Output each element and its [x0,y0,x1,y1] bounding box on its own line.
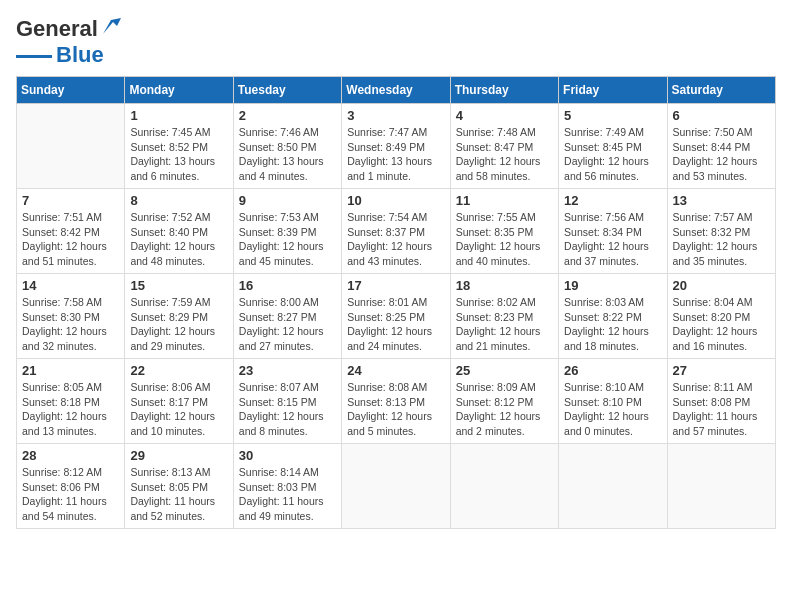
day-number: 24 [347,363,444,378]
day-number: 11 [456,193,553,208]
calendar-cell: 24Sunrise: 8:08 AM Sunset: 8:13 PM Dayli… [342,359,450,444]
day-number: 19 [564,278,661,293]
day-number: 4 [456,108,553,123]
day-info: Sunrise: 8:13 AM Sunset: 8:05 PM Dayligh… [130,465,227,524]
day-info: Sunrise: 7:55 AM Sunset: 8:35 PM Dayligh… [456,210,553,269]
calendar-cell [559,444,667,529]
day-number: 21 [22,363,119,378]
calendar-cell: 26Sunrise: 8:10 AM Sunset: 8:10 PM Dayli… [559,359,667,444]
day-number: 10 [347,193,444,208]
day-number: 25 [456,363,553,378]
day-info: Sunrise: 8:11 AM Sunset: 8:08 PM Dayligh… [673,380,770,439]
calendar-table: SundayMondayTuesdayWednesdayThursdayFrid… [16,76,776,529]
calendar-cell: 11Sunrise: 7:55 AM Sunset: 8:35 PM Dayli… [450,189,558,274]
logo-bird-icon [99,16,121,38]
calendar-cell: 30Sunrise: 8:14 AM Sunset: 8:03 PM Dayli… [233,444,341,529]
svg-marker-0 [103,18,121,34]
day-info: Sunrise: 8:14 AM Sunset: 8:03 PM Dayligh… [239,465,336,524]
day-number: 20 [673,278,770,293]
calendar-cell: 12Sunrise: 7:56 AM Sunset: 8:34 PM Dayli… [559,189,667,274]
day-info: Sunrise: 8:01 AM Sunset: 8:25 PM Dayligh… [347,295,444,354]
day-number: 5 [564,108,661,123]
calendar-cell: 18Sunrise: 8:02 AM Sunset: 8:23 PM Dayli… [450,274,558,359]
calendar-cell: 4Sunrise: 7:48 AM Sunset: 8:47 PM Daylig… [450,104,558,189]
calendar-cell [450,444,558,529]
calendar-cell: 14Sunrise: 7:58 AM Sunset: 8:30 PM Dayli… [17,274,125,359]
calendar-cell: 23Sunrise: 8:07 AM Sunset: 8:15 PM Dayli… [233,359,341,444]
logo-bottom: Blue [16,42,104,68]
day-info: Sunrise: 7:49 AM Sunset: 8:45 PM Dayligh… [564,125,661,184]
day-number: 16 [239,278,336,293]
calendar-week-row: 14Sunrise: 7:58 AM Sunset: 8:30 PM Dayli… [17,274,776,359]
day-number: 7 [22,193,119,208]
weekday-header: Thursday [450,77,558,104]
day-info: Sunrise: 7:51 AM Sunset: 8:42 PM Dayligh… [22,210,119,269]
day-info: Sunrise: 7:59 AM Sunset: 8:29 PM Dayligh… [130,295,227,354]
day-info: Sunrise: 7:45 AM Sunset: 8:52 PM Dayligh… [130,125,227,184]
day-info: Sunrise: 8:12 AM Sunset: 8:06 PM Dayligh… [22,465,119,524]
day-info: Sunrise: 8:10 AM Sunset: 8:10 PM Dayligh… [564,380,661,439]
day-number: 26 [564,363,661,378]
day-info: Sunrise: 7:53 AM Sunset: 8:39 PM Dayligh… [239,210,336,269]
calendar-cell: 20Sunrise: 8:04 AM Sunset: 8:20 PM Dayli… [667,274,775,359]
calendar-cell: 19Sunrise: 8:03 AM Sunset: 8:22 PM Dayli… [559,274,667,359]
calendar-cell: 3Sunrise: 7:47 AM Sunset: 8:49 PM Daylig… [342,104,450,189]
day-number: 1 [130,108,227,123]
day-info: Sunrise: 8:04 AM Sunset: 8:20 PM Dayligh… [673,295,770,354]
day-number: 27 [673,363,770,378]
calendar-header-row: SundayMondayTuesdayWednesdayThursdayFrid… [17,77,776,104]
logo: General Blue [16,16,121,68]
day-info: Sunrise: 8:09 AM Sunset: 8:12 PM Dayligh… [456,380,553,439]
weekday-header: Wednesday [342,77,450,104]
day-info: Sunrise: 8:06 AM Sunset: 8:17 PM Dayligh… [130,380,227,439]
page-header: General Blue [16,16,776,68]
day-number: 8 [130,193,227,208]
calendar-cell: 15Sunrise: 7:59 AM Sunset: 8:29 PM Dayli… [125,274,233,359]
logo-text-blue: Blue [56,42,104,68]
day-info: Sunrise: 7:48 AM Sunset: 8:47 PM Dayligh… [456,125,553,184]
calendar-cell: 9Sunrise: 7:53 AM Sunset: 8:39 PM Daylig… [233,189,341,274]
day-number: 9 [239,193,336,208]
calendar-cell: 25Sunrise: 8:09 AM Sunset: 8:12 PM Dayli… [450,359,558,444]
calendar-cell: 27Sunrise: 8:11 AM Sunset: 8:08 PM Dayli… [667,359,775,444]
day-info: Sunrise: 8:08 AM Sunset: 8:13 PM Dayligh… [347,380,444,439]
weekday-header: Sunday [17,77,125,104]
calendar-week-row: 7Sunrise: 7:51 AM Sunset: 8:42 PM Daylig… [17,189,776,274]
logo-text-general: General [16,16,98,42]
weekday-header: Tuesday [233,77,341,104]
day-info: Sunrise: 8:00 AM Sunset: 8:27 PM Dayligh… [239,295,336,354]
day-number: 17 [347,278,444,293]
calendar-cell: 13Sunrise: 7:57 AM Sunset: 8:32 PM Dayli… [667,189,775,274]
calendar-cell: 1Sunrise: 7:45 AM Sunset: 8:52 PM Daylig… [125,104,233,189]
day-info: Sunrise: 7:54 AM Sunset: 8:37 PM Dayligh… [347,210,444,269]
calendar-cell: 21Sunrise: 8:05 AM Sunset: 8:18 PM Dayli… [17,359,125,444]
calendar-week-row: 1Sunrise: 7:45 AM Sunset: 8:52 PM Daylig… [17,104,776,189]
calendar-cell [17,104,125,189]
calendar-cell [342,444,450,529]
day-info: Sunrise: 7:57 AM Sunset: 8:32 PM Dayligh… [673,210,770,269]
day-number: 23 [239,363,336,378]
day-number: 13 [673,193,770,208]
calendar-cell [667,444,775,529]
day-info: Sunrise: 8:02 AM Sunset: 8:23 PM Dayligh… [456,295,553,354]
calendar-cell: 16Sunrise: 8:00 AM Sunset: 8:27 PM Dayli… [233,274,341,359]
calendar-cell: 8Sunrise: 7:52 AM Sunset: 8:40 PM Daylig… [125,189,233,274]
day-number: 3 [347,108,444,123]
calendar-week-row: 21Sunrise: 8:05 AM Sunset: 8:18 PM Dayli… [17,359,776,444]
calendar-cell: 22Sunrise: 8:06 AM Sunset: 8:17 PM Dayli… [125,359,233,444]
day-number: 15 [130,278,227,293]
day-info: Sunrise: 8:05 AM Sunset: 8:18 PM Dayligh… [22,380,119,439]
day-info: Sunrise: 7:58 AM Sunset: 8:30 PM Dayligh… [22,295,119,354]
logo-line [16,55,52,58]
day-info: Sunrise: 7:47 AM Sunset: 8:49 PM Dayligh… [347,125,444,184]
day-number: 29 [130,448,227,463]
day-number: 18 [456,278,553,293]
day-info: Sunrise: 7:46 AM Sunset: 8:50 PM Dayligh… [239,125,336,184]
weekday-header: Friday [559,77,667,104]
day-info: Sunrise: 7:50 AM Sunset: 8:44 PM Dayligh… [673,125,770,184]
calendar-cell: 28Sunrise: 8:12 AM Sunset: 8:06 PM Dayli… [17,444,125,529]
day-number: 22 [130,363,227,378]
day-number: 14 [22,278,119,293]
calendar-week-row: 28Sunrise: 8:12 AM Sunset: 8:06 PM Dayli… [17,444,776,529]
day-info: Sunrise: 8:03 AM Sunset: 8:22 PM Dayligh… [564,295,661,354]
